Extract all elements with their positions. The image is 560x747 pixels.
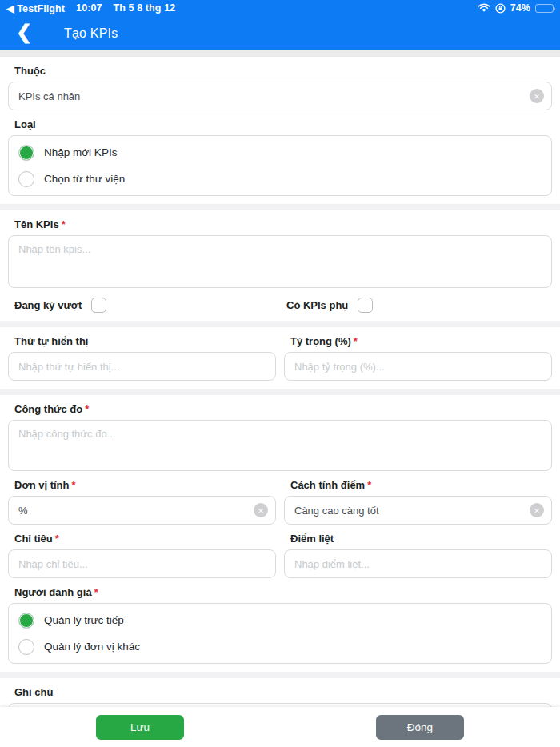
cach-tinh-diem-label: Cách tính điểm*: [290, 479, 546, 491]
loai-radio-group: Nhập mới KPIs Chọn từ thư viện: [8, 135, 552, 196]
back-to-app-button[interactable]: ◀ TestFlight: [6, 2, 65, 14]
wifi-icon: [478, 3, 490, 13]
rotation-lock-icon: [495, 3, 506, 14]
header-separator: [0, 50, 560, 57]
ghi-chu-label: Ghi chú: [14, 686, 546, 698]
co-kpis-phu-checkbox[interactable]: [358, 298, 373, 313]
kpi-form: Thuộc × Loại Nhập mới KPIs Chọn từ thư v…: [0, 65, 560, 747]
clear-icon[interactable]: ×: [530, 89, 544, 103]
section-separator: [0, 389, 560, 395]
radio-unselected-icon: [18, 171, 34, 187]
radio-option-quan-ly-truc-tiep[interactable]: Quản lý trực tiếp: [18, 607, 542, 633]
radio-option-label: Chọn từ thư viện: [44, 173, 125, 185]
cach-tinh-diem-input[interactable]: [284, 496, 552, 525]
back-button[interactable]: ❮: [13, 22, 35, 45]
label-text: Tên KPIs: [14, 218, 59, 230]
status-date: Th 5 8 thg 12: [114, 2, 176, 14]
radio-selected-icon: [18, 145, 34, 161]
required-mark: *: [367, 479, 371, 491]
cong-thuc-do-textarea[interactable]: [8, 420, 552, 471]
battery-percent-label: 74%: [510, 2, 530, 14]
label-text: Tỷ trọng (%): [290, 335, 351, 347]
required-mark: *: [71, 479, 75, 491]
co-kpis-phu-label: Có KPIs phụ: [286, 299, 348, 311]
radio-option-label: Nhập mới KPIs: [44, 146, 117, 158]
ten-kpis-textarea[interactable]: [8, 235, 552, 288]
ty-trong-input[interactable]: [284, 352, 552, 381]
page-title: Tạo KPIs: [64, 26, 118, 41]
required-mark: *: [94, 586, 98, 598]
dang-ky-vuot-checkbox[interactable]: [91, 298, 106, 313]
label-text: Chỉ tiêu: [14, 533, 53, 545]
required-mark: *: [62, 218, 66, 230]
close-button[interactable]: Đóng: [376, 715, 464, 740]
ty-trong-label: Tỷ trọng (%)*: [290, 335, 546, 347]
chi-tieu-input[interactable]: [8, 549, 276, 578]
cong-thuc-do-label: Công thức đo*: [14, 403, 546, 415]
nav-bar: ❮ Tạo KPIs: [0, 16, 560, 50]
chi-tieu-label: Chỉ tiêu*: [14, 533, 270, 545]
radio-option-label: Quản lý đơn vị khác: [44, 641, 140, 653]
diem-liet-input[interactable]: [284, 549, 552, 578]
chevron-left-icon: ❮: [16, 22, 32, 42]
radio-option-chon-tu-thu-vien[interactable]: Chọn từ thư viện: [18, 166, 542, 192]
dang-ky-vuot-label: Đăng ký vượt: [14, 299, 82, 311]
nguoi-danh-gia-label: Người đánh giá*: [14, 586, 546, 598]
thuoc-input[interactable]: [8, 82, 552, 110]
don-vi-tinh-label: Đơn vị tính*: [14, 479, 270, 491]
radio-selected-icon: [18, 613, 34, 629]
save-button[interactable]: Lưu: [96, 715, 184, 740]
section-separator: [0, 204, 560, 210]
section-separator: [0, 672, 560, 678]
radio-option-nhap-moi-kpis[interactable]: Nhập mới KPIs: [18, 139, 542, 166]
radio-unselected-icon: [18, 639, 34, 655]
nguoi-danh-gia-radio-group: Quản lý trực tiếp Quản lý đơn vị khác: [8, 603, 552, 664]
diem-liet-label: Điểm liệt: [290, 533, 546, 545]
thu-tu-hien-thi-input[interactable]: [8, 352, 276, 381]
ten-kpis-label: Tên KPIs*: [14, 218, 546, 230]
status-bar: ◀ TestFlight 10:07 Th 5 8 thg 12 74%: [0, 0, 560, 16]
thu-tu-hien-thi-label: Thứ tự hiển thị: [14, 335, 270, 347]
section-separator: [0, 321, 560, 327]
footer-bar: Lưu Đóng: [0, 707, 560, 747]
label-text: Cách tính điểm: [290, 479, 365, 491]
clear-icon[interactable]: ×: [254, 503, 268, 517]
label-text: Đơn vị tính: [14, 479, 69, 491]
required-mark: *: [85, 403, 89, 415]
battery-icon: [535, 4, 554, 13]
required-mark: *: [55, 533, 59, 545]
status-time: 10:07: [76, 2, 102, 14]
label-text: Công thức đo: [14, 403, 82, 415]
label-text: Người đánh giá: [14, 586, 92, 598]
app-screen: ◀ TestFlight 10:07 Th 5 8 thg 12 74% ❮ T…: [0, 0, 560, 747]
radio-option-label: Quản lý trực tiếp: [44, 614, 124, 626]
clear-icon[interactable]: ×: [530, 503, 544, 517]
thuoc-label: Thuộc: [14, 65, 546, 77]
don-vi-tinh-input[interactable]: [8, 496, 276, 525]
required-mark: *: [354, 335, 358, 347]
loai-label: Loại: [14, 118, 546, 130]
radio-option-quan-ly-don-vi-khac[interactable]: Quản lý đơn vị khác: [18, 633, 542, 660]
